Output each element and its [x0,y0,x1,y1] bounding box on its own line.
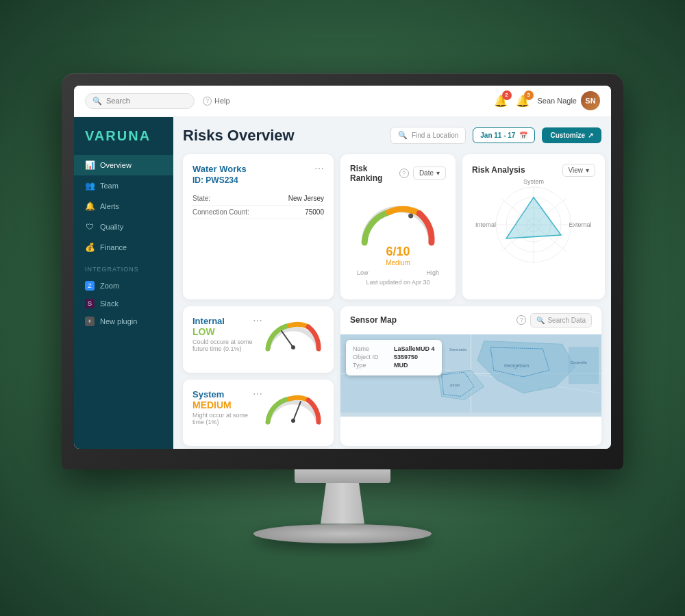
sensor-map-header: Sensor Map ? 🔍 Search Data [340,306,601,334]
customize-icon: ↗ [588,132,593,139]
page-header: Risks Overview 🔍 Find a Location Jan 11 … [183,127,601,145]
date-dropdown-label: Date [419,169,434,177]
view-dropdown-chevron: ▾ [586,167,589,174]
system-gauge-svg [262,389,324,427]
sidebar-logo: VARUNA [74,128,173,155]
risk-ranking-title: Risk Ranking [350,164,395,183]
map-area: Georgetown Jonah Circleville Serenada [340,334,601,417]
integration-newplugin[interactable]: + New plugin [74,312,173,330]
system-title: System [192,389,253,399]
notification-bell-2[interactable]: 🔔 3 [516,95,530,108]
gauge-range: Low High [350,269,446,276]
tooltip-type-row: Type MUD [353,362,435,369]
risk-ranking-dropdown[interactable]: Date ▾ [413,167,446,180]
svg-marker-9 [506,197,561,238]
risk-score: 6/10 [386,245,410,259]
overview-icon: 📊 [85,160,95,170]
internal-menu[interactable]: ⋯ [253,316,262,325]
quality-icon: 🛡 [85,222,95,232]
date-filter[interactable]: Jan 11 - 17 📅 [473,127,535,143]
system-card: System MEDIUM Might occur at some time (… [183,380,334,446]
risk-ranking-header: Risk Ranking ? Date ▾ [350,164,446,183]
sidebar-team-label: Team [100,182,119,190]
sensor-search-icon: 🔍 [536,317,545,324]
svg-text:System: System [523,178,544,185]
system-description: Might occur at some time (1%) [192,412,253,426]
search-input[interactable] [106,97,187,105]
sensor-map-help-icon[interactable]: ? [516,315,526,325]
date-range-label: Jan 11 - 17 [480,132,515,139]
internal-title: Internal [192,316,253,326]
sidebar-item-alerts[interactable]: 🔔 Alerts [74,196,173,217]
range-low: Low [357,269,369,276]
zoom-icon: Z [85,281,95,291]
customize-label: Customize [550,132,585,139]
risk-analysis-header: Risk Analysis View ▾ [472,164,595,177]
alerts-icon: 🔔 [85,201,95,211]
sidebar-item-overview[interactable]: 📊 Overview [74,155,173,175]
system-status: MEDIUM [192,399,253,410]
svg-text:Georgetown: Georgetown [504,362,530,368]
system-menu[interactable]: ⋯ [253,389,262,399]
tooltip-id-row: Object ID 5359750 [353,354,435,360]
internal-card-header: Internal LOW Could occure at some future… [192,316,324,358]
main-layout: VARUNA 📊 Overview 👥 Team 🔔 [74,117,611,449]
tooltip-id-value: 5359750 [394,354,418,360]
integrations-section-label: INTEGRATIONS [74,258,173,277]
user-info[interactable]: Sean Nagle SN [538,91,601,110]
avatar: SN [581,91,600,110]
notification-bell-1[interactable]: 🔔 2 [494,95,508,108]
svg-point-14 [291,345,295,349]
search-icon: 🔍 [92,97,102,106]
search-box[interactable]: 🔍 [85,93,195,109]
state-value: New Jersey [288,195,324,202]
slack-icon: S [85,299,95,308]
monitor-stand-base [253,524,432,543]
tooltip-id-label: Object ID [353,354,387,360]
sensor-search-placeholder: Search Data [547,317,586,324]
radar-container: System Internal External [472,184,595,266]
page-title: Risks Overview [183,127,384,145]
newplugin-icon: + [85,317,95,326]
sidebar-nav: 📊 Overview 👥 Team 🔔 Alerts [74,155,173,258]
waterworks-id: ID: PWS234 [192,175,324,185]
customize-button[interactable]: Customize ↗ [542,127,601,143]
state-row: State: New Jersey [192,192,324,206]
bottom-left: Internal LOW Could occure at some future… [183,306,334,446]
tooltip-type-value: MUD [394,362,408,369]
waterworks-card: ⋯ Water Works ID: PWS234 State: New Jers… [183,154,334,299]
help-label: Help [214,97,230,105]
team-icon: 👥 [85,181,95,190]
content-area: Risks Overview 🔍 Find a Location Jan 11 … [173,117,611,449]
sidebar-item-finance[interactable]: 💰 Finance [74,237,173,258]
sensor-map-title: Sensor Map [350,315,512,325]
svg-point-0 [408,213,413,218]
topbar: 🔍 ? Help 🔔 2 🔔 3 [74,86,611,117]
connection-value: 75000 [305,208,324,216]
tooltip-name-value: LaSalleMUD 4 [394,345,435,352]
dropdown-chevron: ▾ [436,169,440,177]
gauge-svg [350,194,446,249]
svg-rect-23 [569,347,598,383]
gauge-container: 6/10 Medium Low High Last updated on Apr… [350,190,446,290]
risk-analysis-dropdown[interactable]: View ▾ [562,164,596,177]
svg-text:Jonah: Jonah [449,383,460,387]
svg-text:Internal: Internal [475,221,496,228]
help-button[interactable]: ? Help [203,97,230,106]
risk-ranking-help-icon[interactable]: ? [399,169,409,178]
sidebar-quality-label: Quality [100,223,123,231]
newplugin-label: New plugin [100,317,137,325]
risk-ranking-card: Risk Ranking ? Date ▾ [340,154,456,299]
system-card-header: System MEDIUM Might occur at some time (… [192,389,324,431]
integration-slack[interactable]: S Slack [74,295,173,312]
sensor-search[interactable]: 🔍 Search Data [530,313,592,328]
system-left: System MEDIUM Might occur at some time (… [192,389,253,431]
location-filter[interactable]: 🔍 Find a Location [390,127,466,144]
internal-card: Internal LOW Could occure at some future… [183,306,334,373]
waterworks-menu[interactable]: ⋯ [314,164,324,173]
range-high: High [426,269,439,276]
sidebar-item-quality[interactable]: 🛡 Quality [74,217,173,237]
monitor-stand-neck [315,483,370,524]
integration-zoom[interactable]: Z Zoom [74,277,173,295]
sidebar-item-team[interactable]: 👥 Team [74,175,173,196]
